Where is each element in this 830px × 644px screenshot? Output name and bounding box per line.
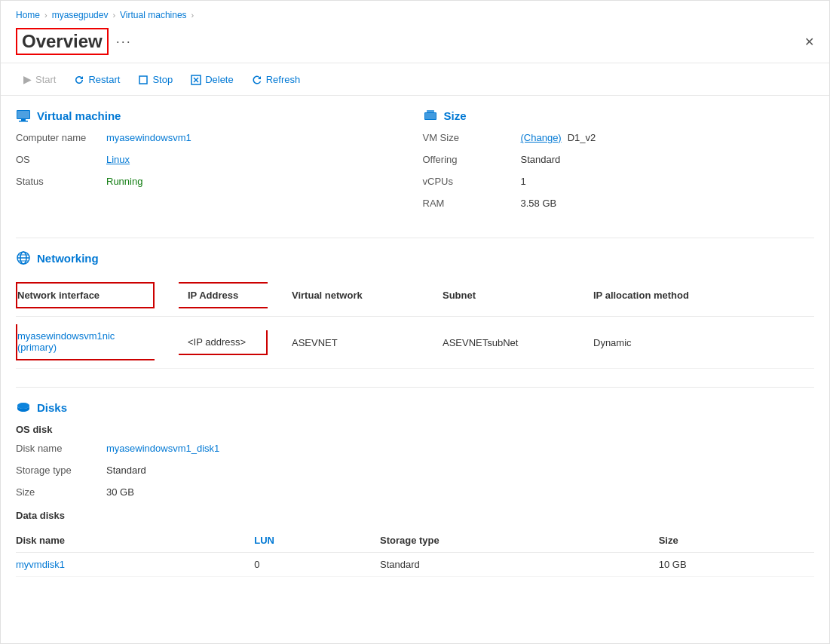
computer-name-row: Computer name myasewindowsvm1 bbox=[16, 132, 408, 143]
close-button[interactable]: ✕ bbox=[804, 35, 814, 49]
page-title: Overview bbox=[16, 28, 109, 55]
breadcrumb-virtual-machines[interactable]: Virtual machines bbox=[120, 10, 187, 20]
nic-header: Network interface bbox=[17, 290, 100, 301]
subnet-header: Subnet bbox=[430, 274, 581, 317]
offering-row: Offering Standard bbox=[423, 154, 815, 165]
data-disk-storage-value: Standard bbox=[380, 553, 659, 577]
data-disk-lun-header: LUN bbox=[254, 529, 380, 553]
offering-value: Standard bbox=[521, 154, 561, 165]
size-info-section: Size VM Size (Change) D1_v2 Offering Sta… bbox=[423, 108, 815, 219]
data-disk-lun-value: 0 bbox=[254, 553, 380, 577]
content-area: Virtual machine Computer name myasewindo… bbox=[1, 96, 829, 607]
data-disk-name-value[interactable]: myvmdisk1 bbox=[16, 553, 254, 577]
stop-icon bbox=[138, 73, 149, 85]
data-disks-title: Data disks bbox=[16, 510, 814, 521]
start-icon: ▶ bbox=[23, 73, 32, 85]
data-disk-size-value: 10 GB bbox=[659, 553, 814, 577]
stop-button[interactable]: Stop bbox=[130, 69, 180, 89]
vnet-value: ASEVNET bbox=[280, 317, 430, 369]
status-label: Status bbox=[16, 176, 106, 187]
breadcrumb: Home › myasegpudev › Virtual machines › bbox=[1, 1, 829, 25]
svg-rect-10 bbox=[425, 113, 436, 119]
computer-name-value[interactable]: myasewindowsvm1 bbox=[106, 132, 191, 143]
data-disk-storage-header: Storage type bbox=[380, 529, 659, 553]
data-disks-header-row: Disk name LUN Storage type Size bbox=[16, 529, 814, 553]
disk-name-value[interactable]: myasewindowsvm1_disk1 bbox=[106, 443, 219, 454]
disks-section-title: Disks bbox=[37, 401, 67, 414]
divider-2 bbox=[16, 387, 814, 388]
storage-type-label: Storage type bbox=[16, 465, 106, 476]
network-table-header-row: Network interface IP Address Virtual net… bbox=[16, 274, 814, 317]
vm-info-section: Virtual machine Computer name myasewindo… bbox=[16, 108, 408, 219]
status-row: Status Running bbox=[16, 176, 408, 187]
restart-button[interactable]: Restart bbox=[66, 69, 127, 89]
refresh-icon bbox=[252, 73, 262, 85]
computer-name-label: Computer name bbox=[16, 132, 106, 143]
vm-size-row: VM Size (Change) D1_v2 bbox=[423, 132, 815, 143]
svg-rect-0 bbox=[139, 76, 147, 84]
offering-label: Offering bbox=[423, 154, 521, 165]
disk-name-label: Disk name bbox=[16, 443, 106, 454]
vcpus-row: vCPUs 1 bbox=[423, 176, 815, 187]
ip-method-header: IP allocation method bbox=[581, 274, 814, 317]
toolbar: ▶ Start Restart Stop bbox=[1, 63, 829, 96]
storage-type-value: Standard bbox=[106, 465, 146, 476]
storage-type-row: Storage type Standard bbox=[16, 465, 814, 476]
ip-method-value: Dynamic bbox=[581, 317, 814, 369]
vm-size-label: VM Size bbox=[423, 132, 521, 143]
start-button[interactable]: ▶ Start bbox=[16, 69, 63, 89]
restart-icon bbox=[74, 73, 84, 85]
networking-section-icon bbox=[16, 250, 31, 265]
vm-size-section: Virtual machine Computer name myasewindo… bbox=[16, 108, 814, 219]
disk-size-value: 30 GB bbox=[106, 486, 134, 498]
size-section-title: Size bbox=[444, 109, 467, 122]
nic-name-value[interactable]: myasewindowsvm1nic (primary) bbox=[17, 330, 115, 353]
os-row: OS Linux bbox=[16, 154, 408, 165]
refresh-button[interactable]: Refresh bbox=[244, 69, 308, 89]
svg-point-17 bbox=[17, 403, 29, 409]
network-table: Network interface IP Address Virtual net… bbox=[16, 274, 814, 369]
ram-label: RAM bbox=[423, 198, 521, 209]
data-disk-name-header: Disk name bbox=[16, 529, 254, 553]
vm-section-title: Virtual machine bbox=[37, 109, 121, 122]
subnet-value: ASEVNETsubNet bbox=[430, 317, 581, 369]
disk-size-label: Size bbox=[16, 486, 106, 498]
page-header: Overview ··· ✕ bbox=[1, 25, 829, 63]
ram-row: RAM 3.58 GB bbox=[423, 198, 815, 209]
data-disk-row: myvmdisk1 0 Standard 10 GB bbox=[16, 553, 814, 577]
breadcrumb-home[interactable]: Home bbox=[16, 10, 40, 20]
os-disk-title: OS disk bbox=[16, 424, 814, 435]
disks-section: Disks OS disk Disk name myasewindowsvm1_… bbox=[16, 400, 814, 577]
vnet-header: Virtual network bbox=[280, 274, 430, 317]
delete-button[interactable]: Delete bbox=[183, 69, 241, 89]
network-table-row: myasewindowsvm1nic (primary) <IP address… bbox=[16, 317, 814, 369]
vm-size-value: D1_v2 bbox=[568, 132, 596, 143]
size-section-icon bbox=[423, 108, 438, 123]
data-disks-table: Disk name LUN Storage type Size myvmdisk… bbox=[16, 529, 814, 577]
status-value: Running bbox=[106, 176, 142, 187]
more-options-button[interactable]: ··· bbox=[116, 34, 132, 50]
networking-section-title: Networking bbox=[37, 252, 99, 265]
os-label: OS bbox=[16, 154, 106, 165]
vcpus-value: 1 bbox=[521, 176, 526, 187]
vcpus-label: vCPUs bbox=[423, 176, 521, 187]
ram-value: 3.58 GB bbox=[521, 198, 557, 209]
ip-header: IP Address bbox=[188, 290, 238, 301]
os-value[interactable]: Linux bbox=[106, 154, 130, 165]
data-disk-size-header: Size bbox=[659, 529, 814, 553]
ip-value: <IP address> bbox=[188, 336, 246, 348]
svg-rect-5 bbox=[21, 119, 26, 121]
svg-rect-6 bbox=[19, 121, 28, 122]
vm-size-change-link[interactable]: (Change) bbox=[521, 132, 562, 143]
breadcrumb-resource-group[interactable]: myasegpudev bbox=[52, 10, 109, 20]
divider-1 bbox=[16, 238, 814, 238]
svg-rect-7 bbox=[17, 111, 29, 118]
networking-section: Networking Network interface IP Address bbox=[16, 250, 814, 369]
disks-section-icon bbox=[16, 400, 31, 415]
disk-name-row: Disk name myasewindowsvm1_disk1 bbox=[16, 443, 814, 454]
svg-rect-9 bbox=[427, 110, 434, 112]
vm-section-icon bbox=[16, 108, 31, 123]
disk-size-row: Size 30 GB bbox=[16, 486, 814, 498]
delete-icon bbox=[191, 73, 201, 85]
